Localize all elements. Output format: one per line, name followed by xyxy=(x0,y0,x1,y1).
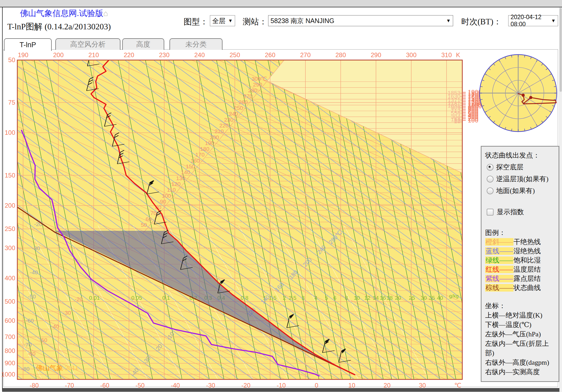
options-panel: 状态曲线出发点： 探空底层 逆温层顶(如果有) 地面(如果有) 显示指数 图例：… xyxy=(481,146,559,382)
chevron-down-icon: ▼ xyxy=(551,18,556,24)
coords-line: 左纵外—气压(hPa) xyxy=(485,330,555,339)
legend-item: 蓝线——湿绝热线 xyxy=(485,246,555,256)
home-icon[interactable]: ⌂ xyxy=(103,9,108,18)
site-title-link[interactable]: 佛山气象信息网.试验版⌂ xyxy=(20,8,108,19)
radio-icon[interactable] xyxy=(487,176,494,182)
show-index-label: 显示指数 xyxy=(497,207,524,217)
browser-top-strip xyxy=(0,0,562,7)
chart-type-select[interactable]: 全层▼ xyxy=(210,15,235,26)
time-label: 时次(BT)： xyxy=(461,16,501,27)
station-select[interactable]: 58238 南京 NANJING▼ xyxy=(268,15,453,26)
coords-line: 下横—温度(℃) xyxy=(485,320,555,330)
tab-height[interactable]: 高度 xyxy=(122,38,164,50)
page-title: T-lnP图解 (0.14.2a/20130203) xyxy=(7,21,111,33)
coords-line: 左纵内—气压(折层上 xyxy=(485,339,555,348)
radio-icon[interactable] xyxy=(487,187,494,194)
show-index-checkbox[interactable] xyxy=(487,209,494,216)
show-index-row[interactable]: 显示指数 xyxy=(487,207,555,217)
coords-line: 右纵外—高度(dagpm) xyxy=(485,358,555,367)
origin-option-0[interactable]: 探空底层 xyxy=(487,163,555,172)
coords-line: 右纵内—实测高度 xyxy=(485,367,555,377)
chevron-down-icon: ▼ xyxy=(446,18,451,24)
legend-item: 红线——温度层结 xyxy=(485,265,555,274)
origin-option-1[interactable]: 逆温层顶(如果有) xyxy=(487,174,555,184)
tab-t-lnp[interactable]: T-lnP xyxy=(4,38,52,51)
legend-item: 紫线——露点层结 xyxy=(485,274,555,283)
time-select[interactable]: 2020-04-12 08:00▼ xyxy=(508,15,558,26)
radio-icon[interactable] xyxy=(487,164,494,171)
coords-line: 部) xyxy=(485,348,555,358)
origin-option-2[interactable]: 地面(如果有) xyxy=(487,186,555,195)
legend-item: 棕线——状态曲线 xyxy=(485,283,555,292)
legend-item: 橙斜——干绝热线 xyxy=(485,237,555,246)
legend-item: 绿线——饱和比湿 xyxy=(485,256,555,265)
chart-type-label: 图型： xyxy=(184,16,208,27)
origin-group-title: 状态曲线出发点： xyxy=(485,151,555,160)
tab-content-frame xyxy=(3,49,558,387)
legend-title: 图例： xyxy=(485,228,555,237)
tab-upper-wind[interactable]: 高空风分析 xyxy=(55,38,120,50)
chevron-down-icon: ▼ xyxy=(228,18,233,24)
coords-title: 坐标： xyxy=(485,301,555,311)
scrollbar-thumb[interactable] xyxy=(560,8,562,92)
tab-unclassified[interactable]: 未分类 xyxy=(169,38,222,50)
coords-help: 坐标： 上横—绝对温度(K)下横—温度(℃)左纵外—气压(hPa)左纵内—气压(… xyxy=(485,301,555,377)
coords-line: 上横—绝对温度(K) xyxy=(485,311,555,320)
station-label: 测站： xyxy=(243,16,267,27)
